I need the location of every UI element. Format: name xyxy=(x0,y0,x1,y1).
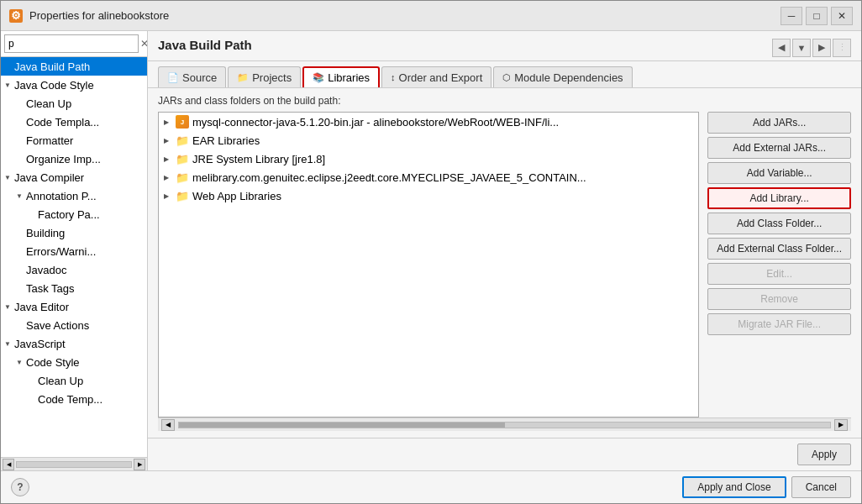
content-main: ▶ J mysql-connector-java-5.1.20-bin.jar … xyxy=(158,112,851,417)
sidebar-item-task-tags[interactable]: Task Tags xyxy=(1,279,147,297)
sidebar-item-label: Building xyxy=(26,227,65,239)
sidebar-item-errors-warnings[interactable]: Errors/Warni... xyxy=(1,242,147,260)
close-button[interactable]: ✕ xyxy=(831,7,853,25)
sidebar-item-code-templates[interactable]: Code Templa... xyxy=(1,113,147,131)
sidebar-tree: Java Build Path ▼ Java Code Style Clean … xyxy=(1,57,147,457)
file-tree[interactable]: ▶ J mysql-connector-java-5.1.20-bin.jar … xyxy=(158,112,699,417)
add-library-button[interactable]: Add Library... xyxy=(707,187,851,209)
module-dep-tab-icon: ⬡ xyxy=(502,72,511,83)
footer-left: ? xyxy=(11,478,29,496)
sidebar-item-code-style-2[interactable]: ▼ Code Style xyxy=(1,353,147,371)
scroll-thumb-track[interactable] xyxy=(178,422,831,428)
sidebar: ✕ Java Build Path ▼ Java Code Style Clea… xyxy=(1,31,148,470)
scroll-right[interactable]: ▶ xyxy=(834,419,848,431)
tree-item-jre-system[interactable]: ▶ 📁 JRE System Library [jre1.8] xyxy=(159,150,698,168)
content-description: JARs and class folders on the build path… xyxy=(158,95,851,107)
help-button[interactable]: ? xyxy=(11,478,29,496)
file-label: EAR Libraries xyxy=(192,134,260,147)
sidebar-item-clean-up-1[interactable]: Clean Up xyxy=(1,94,147,113)
order-export-tab-icon: ↕ xyxy=(391,72,396,82)
sidebar-item-code-temp-2[interactable]: Code Temp... xyxy=(1,390,147,408)
sidebar-item-label: Factory Pa... xyxy=(38,208,100,221)
sidebar-item-label: Java Compiler xyxy=(14,171,84,184)
sidebar-item-java-build-path[interactable]: Java Build Path xyxy=(1,57,147,76)
migrate-jar-button[interactable]: Migrate JAR File... xyxy=(707,313,851,335)
sidebar-item-javascript[interactable]: ▼ JavaScript xyxy=(1,334,147,353)
edit-button[interactable]: Edit... xyxy=(707,263,851,285)
horizontal-scrollbar[interactable]: ◀ ▶ xyxy=(158,417,851,431)
apply-button[interactable]: Apply xyxy=(797,444,851,465)
sidebar-item-building[interactable]: Building xyxy=(1,223,147,242)
bottom-panel: Apply xyxy=(148,438,861,470)
folder-icon: 📁 xyxy=(176,171,189,184)
tree-item-web-app-libs[interactable]: ▶ 📁 Web App Libraries xyxy=(159,186,698,205)
tree-item-mysql-jar[interactable]: ▶ J mysql-connector-java-5.1.20-bin.jar … xyxy=(159,113,698,131)
minimize-button[interactable]: ─ xyxy=(781,7,802,25)
tab-module-dependencies[interactable]: ⬡ Module Dependencies xyxy=(493,66,632,87)
folder-icon: 📁 xyxy=(176,152,189,165)
panel-header: Java Build Path ◀ ▼ ▶ ⋮ xyxy=(148,31,861,61)
sidebar-item-label: Annotation P... xyxy=(26,190,97,202)
expand-arrow: ▶ xyxy=(164,192,172,200)
nav-forward-button[interactable]: ▶ xyxy=(812,39,831,57)
scroll-track[interactable] xyxy=(16,461,132,468)
file-label: Web App Libraries xyxy=(192,190,281,202)
scroll-left-button[interactable]: ◀ xyxy=(3,459,14,470)
add-external-jars-button[interactable]: Add External JARs... xyxy=(707,137,851,159)
build-path-content: JARs and class folders on the build path… xyxy=(148,88,861,438)
cancel-button[interactable]: Cancel xyxy=(791,476,851,498)
tree-arrow: ▼ xyxy=(4,303,13,311)
tab-projects-label: Projects xyxy=(252,71,292,84)
nav-back-button[interactable]: ◀ xyxy=(772,39,791,57)
tab-source[interactable]: 📄 Source xyxy=(158,66,226,87)
sidebar-item-label: Javadoc xyxy=(26,264,66,276)
sidebar-horizontal-scrollbar[interactable]: ◀ ▶ xyxy=(1,457,147,470)
window-title: Properties for alinebookstore xyxy=(29,9,169,22)
projects-tab-icon: 📁 xyxy=(237,72,249,83)
add-variable-button[interactable]: Add Variable... xyxy=(707,162,851,184)
sidebar-item-formatter[interactable]: Formatter xyxy=(1,131,147,150)
tab-projects[interactable]: 📁 Projects xyxy=(228,66,301,87)
sidebar-item-organize-imports[interactable]: Organize Imp... xyxy=(1,150,147,168)
scroll-left[interactable]: ◀ xyxy=(161,419,175,431)
maximize-button[interactable]: □ xyxy=(806,7,828,25)
folder-icon: 📁 xyxy=(176,134,189,147)
sidebar-item-save-actions[interactable]: Save Actions xyxy=(1,316,147,334)
sidebar-item-annotation-p[interactable]: ▼ Annotation P... xyxy=(1,186,147,205)
libraries-tab-icon: 📚 xyxy=(313,72,324,83)
sidebar-item-label: JavaScript xyxy=(14,338,66,350)
remove-button[interactable]: Remove xyxy=(707,288,851,310)
search-clear-button[interactable]: ✕ xyxy=(140,36,148,51)
window-icon: ⚙ xyxy=(9,9,23,23)
add-external-class-folder-button[interactable]: Add External Class Folder... xyxy=(707,238,851,260)
tab-libraries[interactable]: 📚 Libraries xyxy=(302,66,380,87)
footer: ? Apply and Close Cancel xyxy=(1,470,861,503)
expand-arrow: ▶ xyxy=(164,174,172,181)
sidebar-item-java-compiler[interactable]: ▼ Java Compiler xyxy=(1,168,147,186)
sidebar-item-java-editor[interactable]: ▼ Java Editor xyxy=(1,297,147,316)
file-label: JRE System Library [jre1.8] xyxy=(192,153,325,165)
tree-item-ear-libraries[interactable]: ▶ 📁 EAR Libraries xyxy=(159,131,698,150)
folder-icon: 📁 xyxy=(176,189,189,202)
apply-close-button[interactable]: Apply and Close xyxy=(682,476,786,498)
sidebar-item-java-code-style[interactable]: ▼ Java Code Style xyxy=(1,76,147,94)
source-tab-icon: 📄 xyxy=(167,72,179,83)
sidebar-item-label: Java Code Style xyxy=(14,79,94,92)
tree-arrow: ▼ xyxy=(4,81,13,89)
search-input[interactable] xyxy=(4,34,139,53)
sidebar-item-label: Organize Imp... xyxy=(26,153,101,165)
nav-menu-button[interactable]: ⋮ xyxy=(833,39,851,57)
tree-item-melibrary[interactable]: ▶ 📁 melibrary.com.genuitec.eclipse.j2eed… xyxy=(159,168,698,186)
tree-arrow: ▼ xyxy=(16,359,24,366)
tab-order-export[interactable]: ↕ Order and Export xyxy=(381,66,491,87)
tab-libraries-label: Libraries xyxy=(328,71,370,84)
main-content: ✕ Java Build Path ▼ Java Code Style Clea… xyxy=(1,31,861,470)
sidebar-item-javadoc[interactable]: Javadoc xyxy=(1,260,147,279)
add-class-folder-button[interactable]: Add Class Folder... xyxy=(707,213,851,234)
sidebar-item-clean-up-2[interactable]: Clean Up xyxy=(1,371,147,390)
add-jars-button[interactable]: Add JARs... xyxy=(707,112,851,134)
scroll-right-button[interactable]: ▶ xyxy=(134,459,145,470)
sidebar-item-factory-pa[interactable]: Factory Pa... xyxy=(1,205,147,223)
sidebar-item-label: Java Build Path xyxy=(14,60,90,73)
nav-dropdown-button[interactable]: ▼ xyxy=(792,39,811,57)
